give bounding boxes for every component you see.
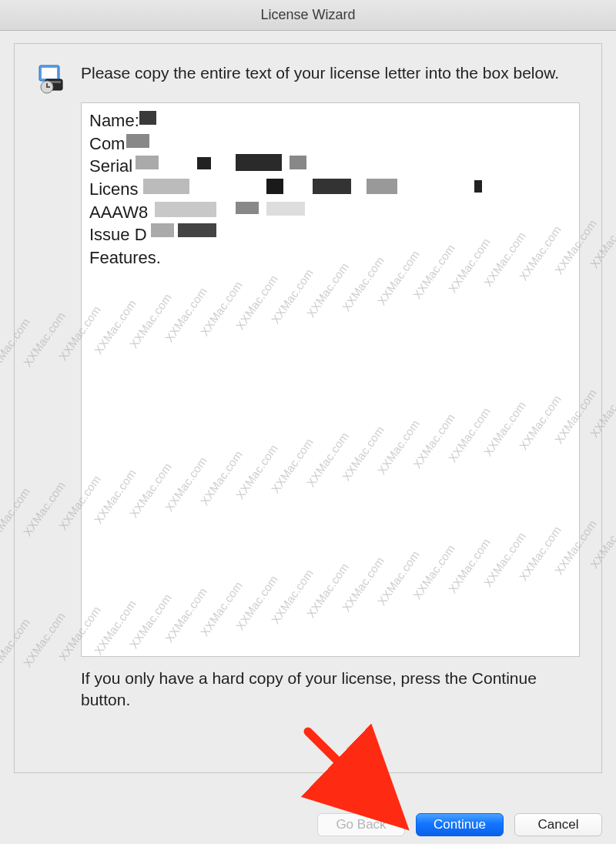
go-back-label: Go Back (336, 817, 386, 832)
window-body: Please copy the entire text of your lice… (0, 31, 616, 787)
window-title: License Wizard (260, 7, 355, 23)
license-textarea[interactable]: Name: Com Serial Licens AAAW8 Issue D Fe… (81, 102, 580, 657)
hint-text: If you only have a hard copy of your lic… (81, 668, 580, 712)
continue-button[interactable]: Continue (416, 813, 504, 836)
go-back-button: Go Back (317, 813, 405, 836)
window-titlebar: License Wizard (0, 0, 616, 31)
continue-label: Continue (434, 817, 486, 832)
header-row: Please copy the entire text of your lice… (36, 62, 580, 95)
instruction-text: Please copy the entire text of your lice… (81, 62, 580, 84)
svg-rect-6 (46, 86, 50, 88)
svg-rect-1 (42, 68, 57, 79)
wizard-panel: Please copy the entire text of your lice… (14, 43, 602, 773)
button-row: Go Back Continue Cancel (317, 813, 602, 836)
cancel-button[interactable]: Cancel (514, 813, 602, 836)
license-wizard-icon (36, 62, 69, 95)
cancel-label: Cancel (538, 817, 579, 832)
